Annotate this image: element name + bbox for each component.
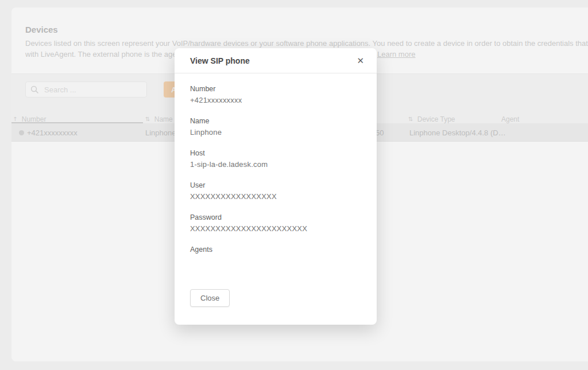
view-sip-phone-modal: View SIP phone ✕ Number +421xxxxxxxxx Na… [175,48,377,325]
modal-title: View SIP phone [190,56,353,65]
field-user: User XXXXXXXXXXXXXXXXX [190,181,361,201]
modal-header: View SIP phone ✕ [175,48,377,73]
field-value: Linphone [190,128,361,137]
field-label: Name [190,117,361,126]
field-number: Number +421xxxxxxxxx [190,85,361,104]
field-label: Number [190,85,361,94]
close-button[interactable]: Close [190,289,230,307]
field-value: XXXXXXXXXXXXXXXXXXXXXXX [190,224,361,233]
field-label: Host [190,149,361,158]
field-value: +421xxxxxxxxx [190,96,361,104]
close-icon[interactable]: ✕ [353,54,368,67]
field-password: Password XXXXXXXXXXXXXXXXXXXXXXX [190,213,361,233]
modal-body: Number +421xxxxxxxxx Name Linphone Host … [175,73,377,265]
field-label: Agents [190,246,361,254]
field-value: 1-sip-la-de.ladesk.com [190,160,361,169]
field-label: User [190,181,361,190]
field-host: Host 1-sip-la-de.ladesk.com [190,149,361,169]
field-name: Name Linphone [190,117,361,137]
field-value: XXXXXXXXXXXXXXXXX [190,192,361,201]
field-label: Password [190,213,361,222]
field-agents: Agents [190,246,361,265]
field-value [190,256,361,265]
